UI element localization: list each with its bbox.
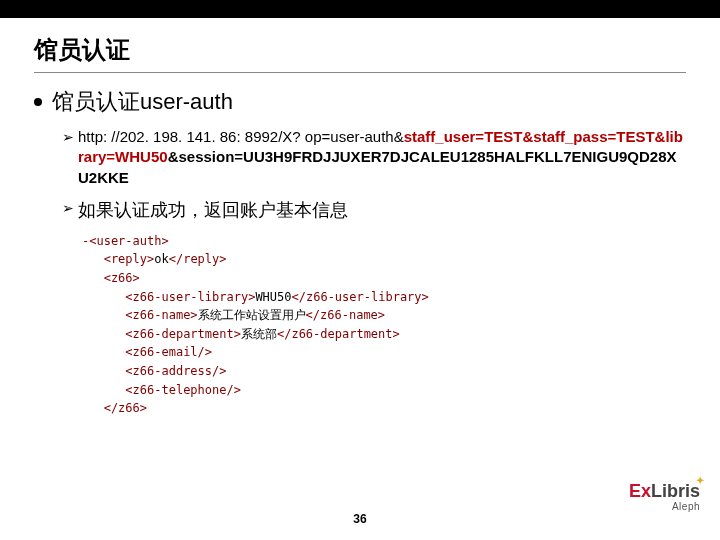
success-item: ➢ 如果认证成功，返回账户基本信息 (62, 198, 686, 222)
page-number: 36 (353, 512, 366, 526)
bullet-dot-icon (34, 98, 42, 106)
star-icon: ✦ (696, 476, 704, 486)
section-heading: 馆员认证user-auth (52, 87, 233, 117)
slide-content: 馆员认证 馆员认证user-auth ➢ http: //202. 198. 1… (0, 18, 720, 418)
footer: 36 (0, 498, 720, 540)
url-prefix: http: //202. 198. 141. 86: 8992/X? op=us… (78, 128, 404, 145)
heading-row: 馆员认证user-auth (34, 87, 686, 117)
xml-sample: -<user-auth> <reply>ok</reply> <z66> <z6… (82, 232, 686, 418)
url-item: ➢ http: //202. 198. 141. 86: 8992/X? op=… (62, 127, 686, 188)
url-suffix: &session=UU3H9FRDJJUXER7DJCALEU1285HALFK… (78, 148, 677, 185)
arrow-icon: ➢ (62, 200, 78, 216)
top-bar (0, 0, 720, 18)
arrow-icon: ➢ (62, 129, 78, 145)
url-text: http: //202. 198. 141. 86: 8992/X? op=us… (78, 127, 686, 188)
success-text: 如果认证成功，返回账户基本信息 (78, 198, 348, 222)
slide-title: 馆员认证 (34, 34, 686, 73)
sublist: ➢ http: //202. 198. 141. 86: 8992/X? op=… (62, 127, 686, 222)
